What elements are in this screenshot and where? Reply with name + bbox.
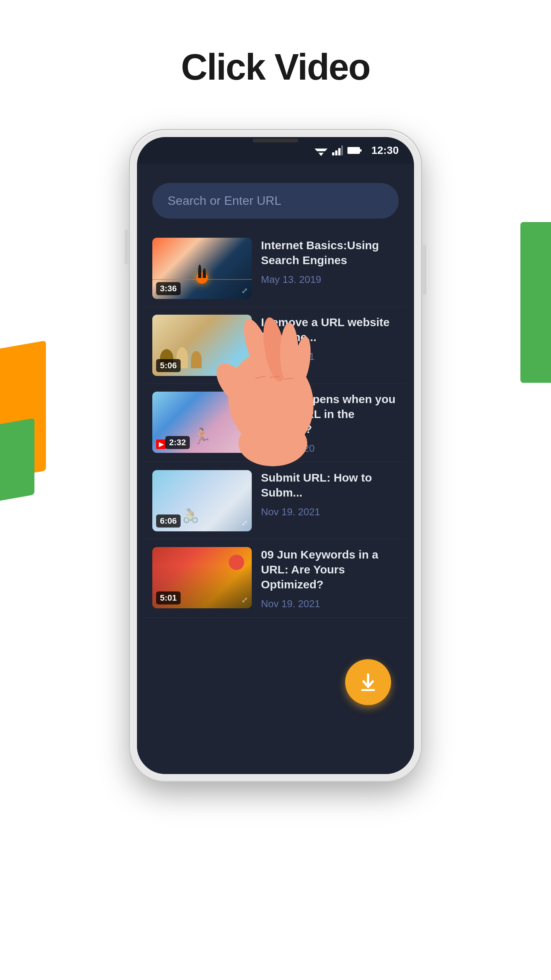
video-date-2: Nov ... 2021 bbox=[261, 351, 399, 363]
video-item-3[interactable]: 🏃 ▶ 2:32 ⤢ What happens when you type a … bbox=[145, 384, 406, 462]
svg-rect-8 bbox=[347, 147, 360, 154]
video-title-5: 09 Jun Keywords in a URL: Are Yours Opti… bbox=[261, 547, 399, 592]
video-thumb-3: 🏃 ▶ 2:32 ⤢ bbox=[152, 392, 252, 453]
video-title-3: What happens when you type a URL in the … bbox=[261, 392, 399, 436]
search-placeholder: Search or Enter URL bbox=[168, 194, 281, 208]
video-item-2[interactable]: 5:06 ⤢ I remove a URL website from the..… bbox=[145, 307, 406, 384]
duration-3: 2:32 bbox=[165, 436, 190, 449]
duration-1: 3:36 bbox=[156, 282, 181, 295]
video-info-3: What happens when you type a URL in the … bbox=[261, 392, 399, 454]
expand-icon-5: ⤢ bbox=[241, 595, 248, 604]
video-date-5: Nov 19. 2021 bbox=[261, 598, 399, 610]
video-item-4[interactable]: 🚴 6:06 ⤢ Submit URL: How to Subm... Nov … bbox=[145, 462, 406, 539]
svg-rect-4 bbox=[332, 152, 334, 155]
video-date-1: May 13. 2019 bbox=[261, 274, 399, 286]
video-thumb-4: 🚴 6:06 ⤢ bbox=[152, 470, 252, 531]
status-bar: 12:30 bbox=[137, 137, 414, 164]
video-list: 3:36 ⤢ Internet Basics:Using Search Engi… bbox=[137, 230, 414, 618]
phone-screen: 12:30 Search or Enter URL bbox=[137, 137, 414, 774]
svg-rect-9 bbox=[360, 149, 362, 152]
video-info-1: Internet Basics:Using Search Engines May… bbox=[261, 238, 399, 286]
status-time: 12:30 bbox=[371, 144, 399, 157]
expand-icon-4: ⤢ bbox=[241, 518, 248, 528]
video-info-2: I remove a URL website from the... Nov .… bbox=[261, 315, 399, 363]
phone-mockup: 12:30 Search or Enter URL bbox=[130, 130, 421, 781]
download-icon bbox=[357, 671, 380, 694]
video-item-1[interactable]: 3:36 ⤢ Internet Basics:Using Search Engi… bbox=[145, 230, 406, 307]
video-title-4: Submit URL: How to Subm... bbox=[261, 470, 399, 500]
wifi-icon bbox=[315, 145, 328, 155]
svg-rect-5 bbox=[335, 150, 337, 155]
search-bar[interactable]: Search or Enter URL bbox=[152, 183, 399, 219]
video-info-5: 09 Jun Keywords in a URL: Are Yours Opti… bbox=[261, 547, 399, 610]
video-item-5[interactable]: 5:01 ⤢ 09 Jun Keywords in a URL: Are You… bbox=[145, 539, 406, 618]
signal-icon bbox=[332, 145, 343, 155]
svg-rect-10 bbox=[361, 689, 375, 691]
bg-green-stripe bbox=[520, 222, 551, 383]
status-icons: 12:30 bbox=[315, 144, 399, 157]
video-date-4: Nov 19. 2021 bbox=[261, 506, 399, 518]
page-title: Click Video bbox=[0, 46, 551, 88]
battery-icon bbox=[347, 147, 362, 154]
video-thumb-5: 5:01 ⤢ bbox=[152, 547, 252, 608]
duration-4: 6:06 bbox=[156, 514, 181, 528]
duration-2: 5:06 bbox=[156, 359, 181, 372]
video-thumb-2: 5:06 ⤢ bbox=[152, 315, 252, 376]
download-fab[interactable] bbox=[345, 659, 391, 705]
video-info-4: Submit URL: How to Subm... Nov 19. 2021 bbox=[261, 470, 399, 518]
expand-icon-3: ⤢ bbox=[241, 440, 248, 449]
video-title-1: Internet Basics:Using Search Engines bbox=[261, 238, 399, 268]
expand-icon-2: ⤢ bbox=[241, 363, 248, 372]
svg-rect-7 bbox=[341, 145, 343, 155]
video-date-3: Nov 7. 2020 bbox=[261, 443, 399, 454]
svg-rect-6 bbox=[338, 148, 341, 155]
screen-content: Search or Enter URL 3:36 bbox=[137, 164, 414, 774]
bg-green-stripe2 bbox=[0, 418, 34, 501]
video-title-2: I remove a URL website from the... bbox=[261, 315, 399, 345]
video-thumb-1: 3:36 ⤢ bbox=[152, 238, 252, 299]
expand-icon-1: ⤢ bbox=[241, 286, 248, 295]
duration-5: 5:01 bbox=[156, 591, 181, 604]
phone-outer: 12:30 Search or Enter URL bbox=[130, 130, 421, 781]
